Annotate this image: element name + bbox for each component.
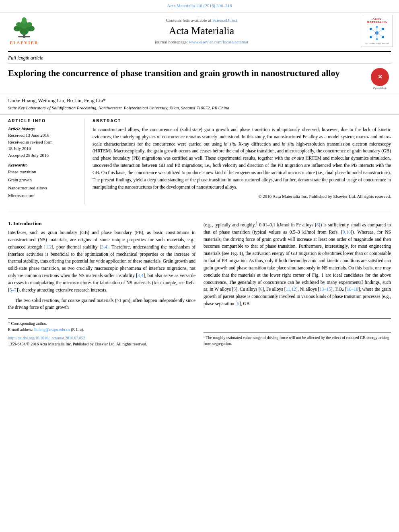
article-title-section: Exploring the concurrence of phase trans… [0,64,399,94]
ref-11-12[interactable]: 11,12 [286,287,296,292]
acta-logo-subtitle: An International Journal [365,42,389,45]
keyword-1: Phase transition [8,168,78,176]
issn-line: 1359-6454/© 2016 Acta Materialia Inc. Pu… [8,341,195,347]
article-history-group: Article history: Received 13 June 2016 R… [8,126,78,158]
authors-section: Linke Huang, Weitong Lin, Bo Lin, Feng L… [0,94,399,112]
body-divider [8,212,391,212]
footnote-1-text: ¹ The roughly estimated value range of d… [204,335,391,347]
crossmark-label: CrossMark [373,87,387,90]
acta-logo-box: ACTA MATERIALIA [361,15,393,47]
bottom-left-footnote: http://dx.doi.org/10.1016/j.actamat.2016… [8,333,195,347]
svg-line-19 [377,33,383,37]
ref-9-10[interactable]: 9,10 [343,230,351,234]
ref-5-7[interactable]: 5–7 [10,288,16,292]
ref-3-4-b[interactable]: 3,4 [138,273,143,278]
journal-ref: Acta Materialia 118 (2016) 306–316 [8,3,391,8]
doi-link[interactable]: http://dx.doi.org/10.1016/j.actamat.2016… [8,336,85,340]
ref-16-18[interactable]: 16–18 [347,287,358,292]
footnote-email-line: E-mail address: liufeng@nwpu.edu.cn (F. … [8,327,391,333]
keyword-2: Grain growth [8,176,78,184]
ref-6[interactable]: 6 [260,287,263,292]
body-two-col: 1. Introduction Interfaces, such as grai… [0,216,399,318]
article-info-heading: ARTICLE INFO [8,119,78,123]
svg-line-18 [371,33,377,37]
journal-logo-right: ACTA MATERIALIA [359,15,395,47]
affiliation-line: State Key Laboratory of Solidification P… [8,105,391,110]
journal-header: Acta Materialia 118 (2016) 306–316 [0,0,399,12]
accepted-date: Accepted 25 July 2016 [8,152,78,159]
svg-point-3 [22,17,27,24]
ref-5-b[interactable]: 5 [237,301,239,306]
svg-line-17 [377,29,383,33]
article-title: Exploring the concurrence of phase trans… [8,68,369,79]
ref-3-4-a[interactable]: 3,4 [101,244,107,249]
page-wrapper: Acta Materialia 118 (2016) 306–316 ELSEV… [0,0,399,532]
contents-available-line: Contents lists available at ScienceDirec… [44,18,359,23]
sciencedirect-link[interactable]: ScienceDirect [212,18,237,23]
article-type-label: Full length article [0,52,399,63]
footnote-corresponding-author: * Corresponding author. [8,320,391,327]
article-info-col: ARTICLE INFO Article history: Received 1… [8,119,84,204]
crossmark-icon: ✕ [371,68,389,86]
svg-line-16 [371,29,377,33]
article-info-abstract-section: ARTICLE INFO Article history: Received 1… [0,114,399,208]
revised-date: 18 July 2016 [8,145,78,152]
doi-line: http://dx.doi.org/10.1016/j.actamat.2016… [8,335,195,341]
svg-rect-8 [18,36,30,37]
contents-text: Contents lists available at [166,18,211,23]
intro-body-right: (e.g., typically and roughly,1 0.01–0.1 … [204,220,391,308]
footnote-wrapper: * Corresponding author. E-mail address: … [0,318,399,333]
received-date: Received 13 June 2016 [8,132,78,139]
elsevier-brand-text: ELSEVIER [10,40,39,45]
header-content: ELSEVIER Contents lists available at Sci… [0,12,399,49]
keywords-list: Phase transition Grain growth Nanostruct… [8,168,78,200]
ref-13-15[interactable]: 13–15 [319,287,331,292]
keywords-label: Keywords: [8,162,78,167]
intro-number: 1. [8,220,12,226]
body-right-col: (e.g., typically and roughly,1 0.01–0.1 … [204,220,391,314]
keyword-3: Nanostructured alloys [8,184,78,192]
crossmark-logo: ✕ CrossMark [369,68,391,90]
intro-body-left: Interfaces, such as grain boundary (GB) … [8,229,195,311]
intro-heading: 1. Introduction [8,220,195,227]
ref-1-2[interactable]: 1,2 [46,244,51,249]
corresponding-author-label: * Corresponding author. [8,321,47,326]
elsevier-logo: ELSEVIER [4,17,44,45]
history-label: Article history: [8,126,78,131]
footnote-divider-left [8,318,391,319]
abstract-col: ABSTRACT In nanostructured alloys, the c… [93,119,391,204]
acta-network-icon [367,25,387,41]
authors-line: Linke Huang, Weitong Lin, Bo Lin, Feng L… [8,97,391,104]
ref-8[interactable]: 8 [317,222,319,227]
journal-center: Contents lists available at ScienceDirec… [44,18,359,44]
bottom-footnotes: http://dx.doi.org/10.1016/j.actamat.2016… [0,333,399,347]
email-label: E-mail address: [8,327,33,332]
revised-label: Received in revised form [8,139,78,146]
copyright-line: © 2016 Acta Materialia Inc. Published by… [93,194,391,199]
homepage-link[interactable]: www.elsevier.com/locate/actamat [189,39,249,44]
footnote-divider-right [204,333,391,333]
keyword-4: Microstructure [8,192,78,200]
author-email[interactable]: liufeng@nwpu.edu.cn [34,327,70,332]
intro-title: Introduction [13,220,42,226]
journal-title: Acta Materialia [44,25,359,37]
bottom-right-footnote: ¹ The roughly estimated value range of d… [204,333,391,347]
homepage-text: journal homepage: [155,39,188,44]
email-name: (F. Liu). [71,327,84,332]
keywords-group: Keywords: Phase transition Grain growth … [8,162,78,200]
homepage-line: journal homepage: www.elsevier.com/locat… [44,39,359,44]
ref-5[interactable]: 5 [234,287,236,292]
body-left-col: 1. Introduction Interfaces, such as grai… [8,220,195,314]
abstract-text: In nanostructured alloys, the concurrenc… [93,126,391,191]
abstract-heading: ABSTRACT [93,119,391,123]
svg-point-6 [16,22,22,27]
svg-point-7 [27,22,32,27]
acta-logo-title: ACTA MATERIALIA [363,17,391,24]
elsevier-tree-icon [10,17,38,39]
